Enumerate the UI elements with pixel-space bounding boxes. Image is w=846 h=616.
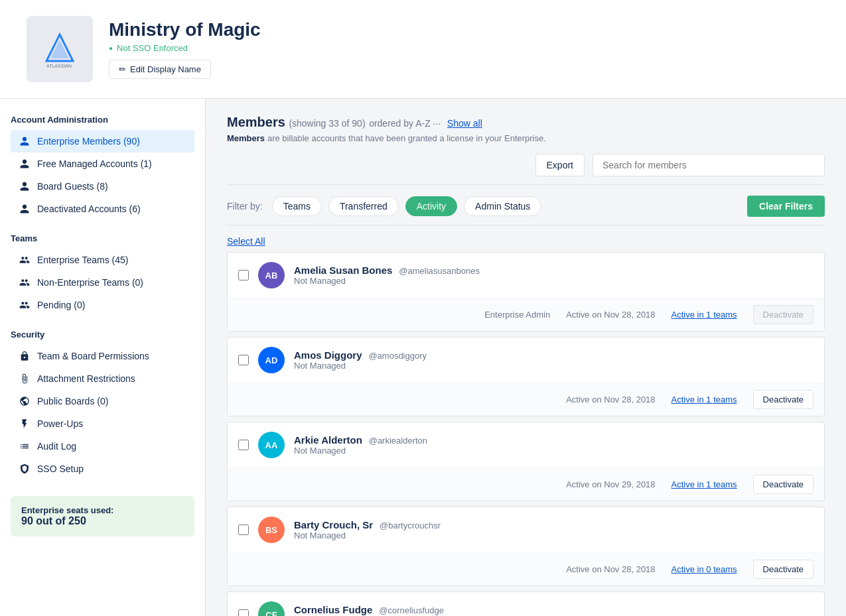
member-handle: @corneliusfudge [379,605,444,615]
filter-admin-status-button[interactable]: Admin Status [464,196,541,216]
member-row-top: BS Barty Crouch, Sr @bartycrouchsr Not M… [228,507,824,552]
sidebar-item-power-ups[interactable]: Power-Ups [11,412,194,435]
sidebar-item-enterprise-teams[interactable]: Enterprise Teams (45) [11,249,194,271]
seats-count: 90 out of 250 [21,515,184,527]
page-layout: Account Administration Enterprise Member… [0,99,846,616]
select-all-button[interactable]: Select All [227,236,265,247]
member-checkbox[interactable] [238,440,249,450]
seats-box: Enterprise seats used: 90 out of 250 [11,496,194,536]
sidebar-item-free-managed[interactable]: Free Managed Accounts (1) [11,153,194,175]
member-name: Barty Crouch, Sr [294,519,373,530]
filter-activity-button[interactable]: Activity [405,196,457,216]
member-activity: Active on Nov 29, 2018 [566,479,655,489]
member-name-line: Amelia Susan Bones @ameliasusanbones [294,265,813,276]
member-row: CF Cornelius Fudge @corneliusfudge Not M… [227,591,825,616]
deactivate-button: Deactivate [753,305,813,324]
sidebar-item-deactivated[interactable]: Deactivated Accounts (6) [11,198,194,220]
show-all-link[interactable]: Show all [447,118,482,129]
sidebar: Account Administration Enterprise Member… [0,99,206,616]
export-button[interactable]: Export [535,154,585,176]
person-icon [19,135,31,147]
clear-filters-button[interactable]: Clear Filters [747,196,825,217]
member-handle: @arkiealderton [369,436,427,446]
sidebar-item-enterprise-members[interactable]: Enterprise Members (90) [11,130,194,153]
member-teams-link[interactable]: Active in 1 teams [671,395,737,404]
member-row-top: AA Arkie Alderton @arkiealderton Not Man… [228,422,824,467]
public-boards-label: Public Boards (0) [37,396,108,406]
enterprise-teams-label: Enterprise Teams (45) [37,255,128,265]
member-activity: Active on Nov 28, 2018 [566,564,655,574]
sidebar-item-sso-setup[interactable]: SSO Setup [11,458,194,480]
member-managed-status: Not Managed [294,361,813,371]
sidebar-item-audit-log[interactable]: Audit Log [11,435,194,458]
member-handle: @bartycrouchsr [380,521,441,530]
filter-teams-button[interactable]: Teams [272,196,322,216]
sidebar-item-team-board-permissions[interactable]: Team & Board Permissions [11,345,194,367]
member-checkbox[interactable] [238,270,249,280]
svg-text:ATLASSIAN: ATLASSIAN [46,64,72,68]
members-list: AB Amelia Susan Bones @ameliasusanbones … [227,252,825,616]
member-handle: @amosdiggory [368,351,427,361]
member-info: Amelia Susan Bones @ameliasusanbones Not… [294,265,813,286]
person-icon-4 [19,203,31,215]
sso-icon [19,463,31,475]
toolbar: Export [227,154,825,185]
member-info: Amos Diggory @amosdiggory Not Managed [294,349,813,371]
deactivate-button[interactable]: Deactivate [753,560,813,579]
search-input[interactable] [593,154,825,176]
edit-display-name-button[interactable]: ✏ Edit Display Name [109,60,211,79]
non-enterprise-teams-label: Non-Enterprise Teams (0) [37,277,143,288]
member-managed-status: Not Managed [294,276,813,286]
member-handle: @ameliasusanbones [399,266,480,276]
attachment-icon [19,373,31,385]
member-teams-link[interactable]: Active in 1 teams [671,479,737,489]
members-ordered: ordered by A-Z ··· [369,118,441,129]
deactivated-label: Deactivated Accounts (6) [37,204,141,214]
member-row-top: AD Amos Diggory @amosdiggory Not Managed [228,338,824,383]
person-icon-3 [19,180,31,192]
org-name: Ministry of Magic [109,19,261,40]
member-row-bottom: Enterprise Admin Active on Nov 28, 2018 … [228,298,824,331]
member-avatar: CF [258,601,285,616]
globe-icon [19,395,31,407]
deactivate-button[interactable]: Deactivate [753,390,813,409]
sidebar-item-board-guests[interactable]: Board Guests (8) [11,175,194,198]
member-info: Cornelius Fudge @corneliusfudge Not Mana… [294,604,813,616]
sidebar-item-pending[interactable]: Pending (0) [11,294,194,316]
member-info: Barty Crouch, Sr @bartycrouchsr Not Mana… [294,519,813,540]
filter-label: Filter by: [227,201,263,212]
sidebar-item-public-boards[interactable]: Public Boards (0) [11,390,194,412]
member-teams-link[interactable]: Active in 0 teams [671,564,737,574]
member-teams-link[interactable]: Active in 1 teams [671,310,737,320]
pending-label: Pending (0) [37,300,85,310]
audit-log-label: Audit Log [37,441,76,452]
member-avatar: AB [258,262,285,288]
sso-status: Not SSO Enforced [117,43,188,53]
org-info: Ministry of Magic Not SSO Enforced ✏ Edi… [109,19,261,79]
member-row-bottom: Active on Nov 28, 2018 Active in 0 teams… [228,552,824,585]
member-name-line: Barty Crouch, Sr @bartycrouchsr [294,519,813,530]
deactivate-button[interactable]: Deactivate [753,475,813,494]
member-checkbox[interactable] [238,609,249,616]
teams-icon [19,254,31,266]
sidebar-item-non-enterprise-teams[interactable]: Non-Enterprise Teams (0) [11,271,194,294]
free-managed-label: Free Managed Accounts (1) [37,158,152,169]
members-showing: (showing 33 of 90) [289,118,365,129]
enterprise-members-label: Enterprise Members (90) [37,136,140,147]
sso-setup-label: SSO Setup [37,463,84,474]
member-checkbox[interactable] [238,524,249,535]
attachment-restrictions-label: Attachment Restrictions [37,373,135,384]
member-managed-status: Not Managed [294,446,813,456]
person-icon-2 [19,158,31,170]
member-checkbox[interactable] [238,355,249,365]
filter-transferred-button[interactable]: Transferred [328,196,399,216]
sidebar-item-attachment-restrictions[interactable]: Attachment Restrictions [11,367,194,390]
member-activity: Active on Nov 28, 2018 [566,310,655,320]
member-row-top: AB Amelia Susan Bones @ameliasusanbones … [228,253,824,298]
member-info: Arkie Alderton @arkiealderton Not Manage… [294,434,813,456]
org-logo: ATLASSIAN [27,16,93,82]
member-row: AD Amos Diggory @amosdiggory Not Managed… [227,337,825,416]
account-admin-title: Account Administration [11,115,194,125]
members-title: Members (showing 33 of 90) ordered by A-… [227,115,482,129]
member-name: Amos Diggory [294,349,362,361]
